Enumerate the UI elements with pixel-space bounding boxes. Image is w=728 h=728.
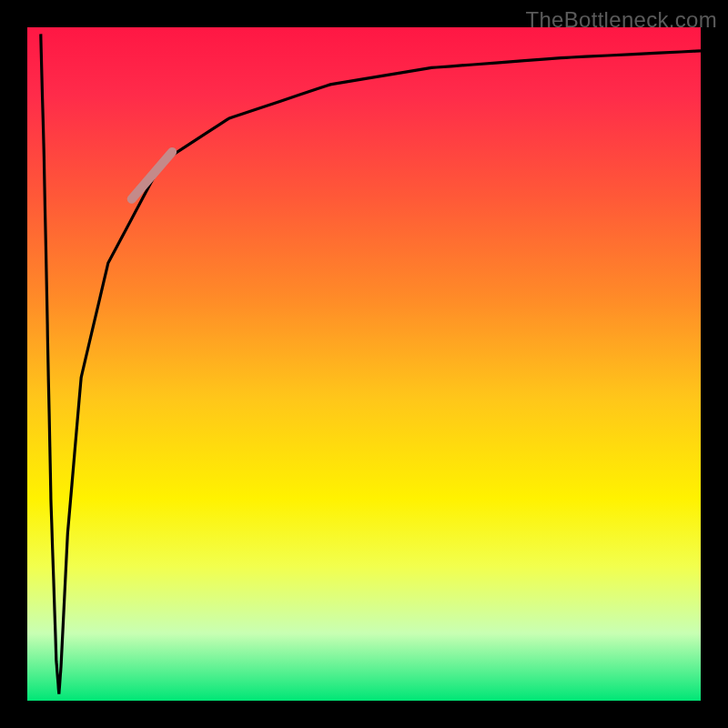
main-curve bbox=[41, 34, 701, 693]
plot-area bbox=[27, 27, 701, 701]
highlight-segment bbox=[132, 152, 172, 199]
chart-frame: TheBottleneck.com bbox=[0, 0, 728, 728]
curve-layer bbox=[27, 27, 701, 701]
